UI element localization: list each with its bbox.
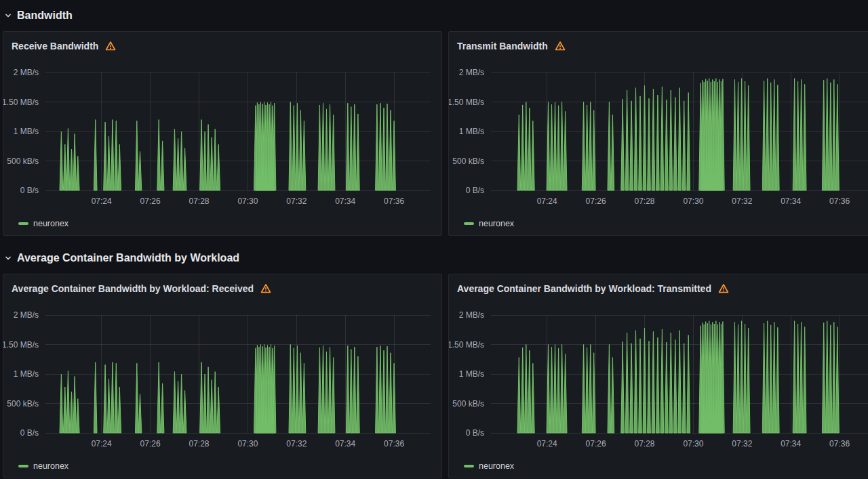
x-axis-label: 07:30 — [683, 196, 703, 206]
y-axis-label: 1 MB/s — [459, 369, 484, 379]
x-axis-label: 07:26 — [586, 439, 606, 449]
data-spike — [625, 333, 629, 433]
x-axis-label: 07:28 — [634, 196, 654, 206]
panel-title[interactable]: Transmit Bandwidth — [457, 41, 548, 51]
panel-avg-workload-transmitted: Average Container Bandwidth by Workload:… — [448, 274, 868, 478]
data-spike — [585, 105, 589, 190]
data-spike — [60, 131, 63, 190]
data-spike — [353, 347, 357, 433]
data-spike — [825, 79, 829, 190]
data-spike — [665, 100, 669, 190]
data-spike — [736, 82, 740, 190]
legend-item-neuronex[interactable]: neuronex — [18, 461, 68, 471]
data-spike — [836, 327, 840, 433]
legend-label: neuronex — [33, 461, 68, 471]
y-axis-label: 500 kB/s — [452, 399, 484, 409]
timeseries-chart[interactable]: 0 B/s500 kB/s1 MB/s1.50 MB/s2 MB/s07:240… — [449, 303, 868, 453]
data-spike — [210, 138, 214, 190]
x-axis-label: 07:34 — [335, 196, 355, 206]
data-spike — [382, 350, 386, 433]
data-spike — [634, 88, 637, 190]
legend-swatch — [18, 465, 28, 467]
data-spike — [176, 138, 180, 190]
data-spike — [357, 114, 360, 190]
data-spike — [66, 371, 70, 433]
section-title: Bandwidth — [17, 9, 73, 22]
timeseries-chart[interactable]: 0 B/s500 kB/s1 MB/s1.50 MB/s2 MB/s07:240… — [3, 303, 441, 453]
data-spike — [766, 321, 769, 433]
data-spike — [217, 144, 220, 190]
x-axis-label: 07:32 — [286, 196, 307, 206]
data-spike — [608, 102, 611, 191]
x-axis-label: 07:24 — [537, 196, 557, 206]
panel-title[interactable]: Receive Bandwidth — [12, 41, 98, 51]
x-axis-label: 07:28 — [634, 439, 654, 449]
section-header-bandwidth[interactable]: Bandwidth — [4, 4, 868, 27]
data-spike — [589, 102, 592, 191]
warning-icon[interactable] — [105, 41, 116, 51]
legend-label: neuronex — [479, 461, 514, 471]
data-spike — [740, 79, 743, 190]
legend-swatch — [18, 222, 28, 225]
legend-item-neuronex[interactable]: neuronex — [464, 461, 514, 471]
data-spike — [183, 148, 186, 190]
timeseries-chart[interactable]: 0 B/s500 kB/s1 MB/s1.50 MB/s2 MB/s07:240… — [3, 60, 441, 211]
data-spike — [803, 327, 806, 433]
data-spike — [550, 104, 553, 190]
data-spike — [634, 331, 637, 433]
data-spike — [389, 353, 393, 433]
panel-title[interactable]: Average Container Bandwidth by Workload:… — [457, 283, 711, 294]
panel-receive-bandwidth: Receive Bandwidth 0 B/s500 kB/s1 MB/s1.5… — [3, 31, 442, 236]
warning-icon[interactable] — [555, 41, 566, 51]
data-spike — [332, 115, 335, 190]
data-spike — [386, 346, 389, 433]
legend-item-neuronex[interactable]: neuronex — [18, 219, 68, 228]
data-spike — [332, 358, 335, 433]
warning-icon[interactable] — [260, 283, 271, 294]
data-spike — [772, 322, 776, 433]
data-spike — [682, 101, 686, 190]
legend-item-neuronex[interactable]: neuronex — [464, 219, 514, 228]
data-spike — [70, 149, 73, 190]
data-spike — [173, 372, 176, 434]
data-spike — [111, 362, 115, 433]
data-spike — [138, 152, 142, 190]
section-header-avg-container-bandwidth[interactable]: Average Container Bandwidth by Workload — [4, 247, 868, 270]
data-spike — [66, 129, 70, 190]
data-spike — [203, 374, 207, 433]
data-spike — [353, 104, 357, 190]
data-spike — [687, 93, 690, 190]
data-spike — [203, 131, 207, 190]
data-spike — [740, 321, 743, 433]
warning-icon[interactable] — [718, 283, 729, 294]
data-spike — [733, 79, 736, 190]
y-axis-label: 1.50 MB/s — [449, 98, 484, 107]
data-spike — [625, 90, 629, 190]
data-spike — [524, 345, 528, 434]
data-spike — [796, 81, 800, 190]
data-spike — [643, 85, 646, 190]
data-spike — [73, 134, 77, 191]
data-spike — [822, 80, 825, 190]
data-spike — [836, 84, 840, 190]
panel-title[interactable]: Average Container Bandwidth by Workload:… — [12, 283, 254, 294]
data-spike — [180, 131, 183, 190]
x-axis-label: 07:32 — [732, 439, 752, 449]
data-spike — [743, 324, 747, 433]
x-axis-label: 07:30 — [237, 439, 258, 449]
x-axis-label: 07:28 — [189, 439, 209, 449]
data-spike — [521, 105, 524, 190]
data-spike — [328, 347, 332, 433]
data-spike — [608, 345, 611, 434]
dashboard: Bandwidth Receive Bandwidth 0 B/s500 kB/… — [0, 0, 868, 478]
data-spike — [652, 89, 655, 190]
legend-label: neuronex — [479, 219, 514, 228]
timeseries-chart[interactable]: 0 B/s500 kB/s1 MB/s1.50 MB/s2 MB/s07:240… — [449, 60, 868, 211]
data-spike — [743, 81, 747, 190]
data-spike — [762, 323, 766, 433]
data-spike — [524, 102, 528, 191]
data-spike — [292, 348, 296, 433]
data-spike — [747, 328, 750, 433]
x-axis-label: 07:32 — [732, 196, 752, 206]
data-spike — [652, 331, 655, 433]
